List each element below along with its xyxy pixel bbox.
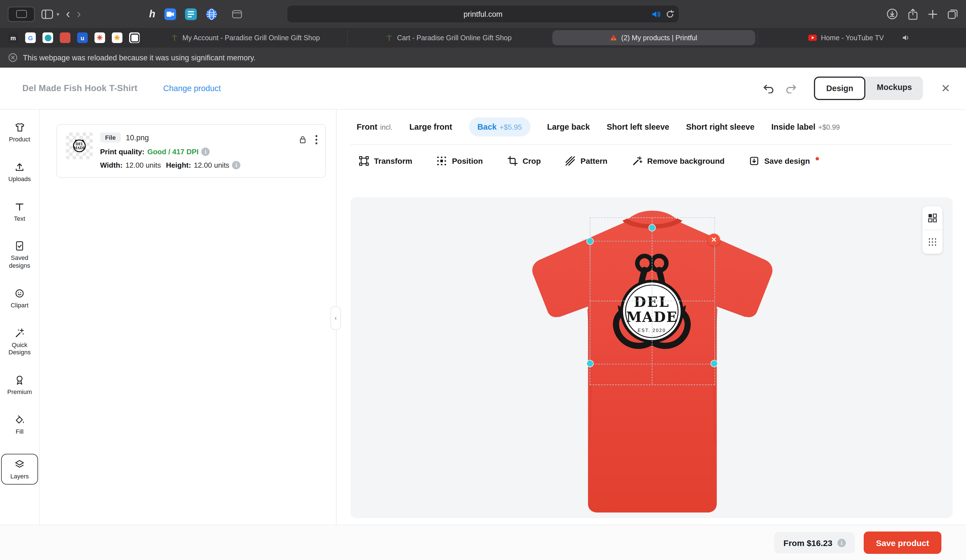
sidebar-item-product[interactable]: Product bbox=[3, 122, 36, 144]
change-product-link[interactable]: Change product bbox=[163, 84, 221, 93]
saved-designs-icon bbox=[14, 241, 25, 252]
width-label: Width: bbox=[100, 161, 123, 169]
placement-back-active[interactable]: Back +$5.95 bbox=[469, 117, 531, 136]
lock-icon[interactable] bbox=[298, 135, 307, 145]
placement-short-right-sleeve[interactable]: Short right sleeve bbox=[686, 122, 754, 131]
sidebar-item-text[interactable]: Text bbox=[3, 201, 36, 223]
file-type-badge: File bbox=[100, 133, 121, 143]
sidebar-item-premium[interactable]: Premium bbox=[3, 374, 36, 396]
window-controls-button[interactable] bbox=[8, 7, 34, 21]
file-name: 10.png bbox=[126, 133, 149, 142]
tab-title: (2) My products | Printful bbox=[621, 34, 697, 42]
pattern-button[interactable]: Pattern bbox=[565, 156, 607, 166]
pinned-tab-7[interactable]: ✳ bbox=[112, 33, 122, 43]
clipart-icon bbox=[14, 288, 25, 299]
printful-favicon bbox=[610, 34, 618, 41]
resize-handle-bottom-right[interactable] bbox=[711, 360, 717, 366]
extension-notes-icon[interactable] bbox=[185, 8, 197, 20]
design-toolbar: Transform Position Crop Pattern Remove b… bbox=[350, 144, 953, 177]
rail-label: Text bbox=[14, 215, 25, 223]
dismiss-notification-icon[interactable] bbox=[8, 53, 17, 62]
resize-handle-top-left[interactable] bbox=[587, 238, 593, 244]
audio-playing-icon[interactable] bbox=[652, 10, 660, 18]
tool-rail: Product Uploads Text Saved designs Clipa… bbox=[0, 110, 40, 525]
position-button[interactable]: Position bbox=[437, 156, 483, 166]
crop-icon bbox=[507, 156, 518, 166]
redo-icon[interactable] bbox=[785, 83, 797, 94]
remove-background-button[interactable]: Remove background bbox=[632, 156, 724, 166]
layout-view-button[interactable] bbox=[922, 206, 943, 230]
page-settings-icon[interactable] bbox=[232, 10, 242, 18]
globe-icon[interactable] bbox=[205, 8, 217, 20]
delete-layer-handle[interactable]: ✕ bbox=[708, 233, 720, 246]
placement-large-front[interactable]: Large front bbox=[409, 122, 452, 131]
sidebar-item-clipart[interactable]: Clipart bbox=[3, 288, 36, 310]
save-product-button[interactable]: Save product bbox=[864, 532, 941, 554]
sidebar-item-quick-designs[interactable]: Quick Designs bbox=[3, 327, 36, 356]
close-editor-icon[interactable]: ✕ bbox=[941, 82, 950, 95]
tab-overview-icon[interactable] bbox=[948, 9, 958, 19]
height-label: Height: bbox=[166, 161, 191, 169]
pinned-tab-6[interactable]: ✳ bbox=[94, 33, 105, 43]
pinned-tab-4[interactable] bbox=[60, 33, 71, 43]
pinned-tab-2[interactable]: G bbox=[25, 33, 36, 43]
tab-my-products-active[interactable]: (2) My products | Printful bbox=[552, 30, 755, 45]
dot-grid-icon bbox=[928, 238, 937, 246]
placement-inside-label[interactable]: Inside label +$0.99 bbox=[771, 122, 840, 131]
placement-suffix: +$5.95 bbox=[499, 123, 522, 131]
sidebar-toggle-icon[interactable] bbox=[41, 9, 53, 19]
panel-collapse-handle[interactable]: ‹ bbox=[330, 306, 341, 330]
back-button[interactable]: ‹ bbox=[66, 7, 70, 21]
mockup-canvas[interactable]: DEL MADE EST. 2020 ✕ bbox=[350, 197, 953, 518]
placement-label: Back bbox=[477, 122, 497, 131]
extension-h-icon[interactable]: h bbox=[149, 8, 155, 20]
tab-youtube-tv[interactable]: Home - YouTube TV bbox=[757, 30, 960, 45]
placement-front[interactable]: Front incl. bbox=[356, 122, 393, 131]
tool-label: Pattern bbox=[580, 156, 607, 166]
pinned-tab-5[interactable]: u bbox=[77, 33, 88, 43]
placement-suffix: incl. bbox=[380, 123, 393, 131]
sidebar-item-layers[interactable]: Layers bbox=[1, 453, 38, 485]
rail-label: Uploads bbox=[8, 176, 31, 183]
price-info-icon[interactable]: i bbox=[838, 539, 846, 547]
quality-info-icon[interactable]: i bbox=[201, 148, 210, 156]
downloads-icon[interactable] bbox=[887, 8, 898, 20]
placement-label: Large front bbox=[409, 122, 452, 131]
placement-large-back[interactable]: Large back bbox=[547, 122, 590, 131]
tool-label: Save design bbox=[764, 156, 810, 166]
del-made-logo[interactable]: DEL MADE EST. 2020 bbox=[593, 240, 711, 363]
sidebar-item-uploads[interactable]: Uploads bbox=[3, 161, 36, 183]
undo-icon[interactable] bbox=[762, 83, 775, 94]
sidebar-item-fill[interactable]: Fill bbox=[3, 414, 36, 436]
layer-file-card[interactable]: DEL MADE File 10.png Print quality: Good… bbox=[56, 124, 326, 178]
transform-button[interactable]: Transform bbox=[359, 156, 412, 166]
pinned-tab-3[interactable] bbox=[43, 33, 53, 43]
forward-button[interactable]: › bbox=[77, 7, 81, 21]
pattern-grid-button[interactable] bbox=[922, 230, 943, 254]
tab-audio-icon[interactable] bbox=[902, 34, 910, 41]
sidebar-item-saved-designs[interactable]: Saved designs bbox=[3, 241, 36, 270]
share-icon[interactable] bbox=[908, 8, 918, 20]
palm-favicon bbox=[171, 34, 179, 41]
address-bar[interactable]: printful.com bbox=[288, 6, 678, 22]
mockups-tab[interactable]: Mockups bbox=[866, 77, 923, 98]
transform-icon bbox=[359, 156, 369, 166]
reload-icon[interactable] bbox=[666, 10, 674, 18]
position-icon bbox=[437, 156, 447, 166]
new-tab-icon[interactable] bbox=[928, 9, 938, 19]
kebab-menu-icon[interactable] bbox=[315, 135, 317, 145]
tab-cart[interactable]: Cart - Paradise Grill Online Gift Shop bbox=[347, 30, 550, 45]
rotate-handle[interactable] bbox=[649, 224, 655, 230]
unsaved-indicator-dot bbox=[816, 157, 819, 160]
design-tab[interactable]: Design bbox=[814, 77, 866, 100]
extension-video-icon[interactable] bbox=[164, 8, 176, 20]
pinned-tab-1[interactable]: m bbox=[8, 33, 18, 43]
crop-button[interactable]: Crop bbox=[507, 156, 540, 166]
placement-short-left-sleeve[interactable]: Short left sleeve bbox=[606, 122, 669, 131]
resize-handle-bottom-left[interactable] bbox=[587, 360, 593, 366]
save-design-button[interactable]: Save design bbox=[749, 156, 819, 166]
size-info-icon[interactable]: i bbox=[232, 161, 241, 169]
pinned-tab-8[interactable] bbox=[129, 33, 140, 43]
tab-my-account[interactable]: My Account - Paradise Grill Online Gift … bbox=[144, 30, 347, 45]
chevron-down-icon[interactable]: ▾ bbox=[56, 11, 59, 17]
